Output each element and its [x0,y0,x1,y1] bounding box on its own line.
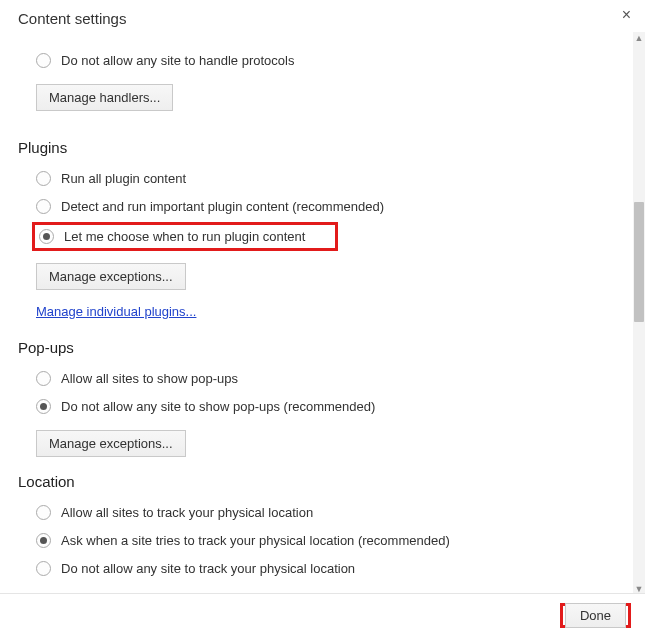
dialog-title: Content settings [18,10,126,27]
option-label: Let me choose when to run plugin content [64,229,305,244]
radio-icon[interactable] [36,561,51,576]
scrollbar-track[interactable]: ▲ ▼ [633,32,645,595]
popups-opt-allow[interactable]: Allow all sites to show pop-ups [36,364,615,392]
radio-icon[interactable] [39,229,54,244]
location-opt-allow[interactable]: Allow all sites to track your physical l… [36,498,615,526]
dialog-footer: Done [0,593,645,637]
plugins-heading: Plugins [18,139,615,156]
popups-options: Allow all sites to show pop-ups Do not a… [18,364,615,420]
option-label: Do not allow any site to show pop-ups (r… [61,399,375,414]
manage-handlers-button[interactable]: Manage handlers... [36,84,173,111]
done-highlight: Done [560,603,631,628]
plugins-opt-run-all[interactable]: Run all plugin content [36,164,615,192]
radio-icon[interactable] [36,199,51,214]
location-options: Allow all sites to track your physical l… [18,498,615,582]
location-opt-ask[interactable]: Ask when a site tries to track your phys… [36,526,615,554]
handlers-opt-block[interactable]: Do not allow any site to handle protocol… [36,46,615,74]
location-opt-block[interactable]: Do not allow any site to track your phys… [36,554,615,582]
option-label: Ask when a site tries to track your phys… [61,533,450,548]
radio-icon[interactable] [36,399,51,414]
radio-icon[interactable] [36,171,51,186]
option-label: Allow all sites to show pop-ups [61,371,238,386]
location-heading: Location [18,473,615,490]
plugins-options: Run all plugin content Detect and run im… [18,164,615,253]
scroll-up-icon[interactable]: ▲ [633,32,645,44]
close-icon[interactable]: × [622,6,631,24]
radio-icon[interactable] [36,533,51,548]
manage-individual-plugins-link[interactable]: Manage individual plugins... [36,304,196,319]
option-label: Allow all sites to track your physical l… [61,505,313,520]
popups-manage-exceptions-button[interactable]: Manage exceptions... [36,430,186,457]
popups-heading: Pop-ups [18,339,615,356]
option-label: Run all plugin content [61,171,186,186]
radio-icon[interactable] [36,505,51,520]
plugins-opt-detect[interactable]: Detect and run important plugin content … [36,192,615,220]
content-settings-dialog: Content settings × Do not allow any site… [0,0,645,637]
radio-icon[interactable] [36,53,51,68]
done-button[interactable]: Done [565,603,626,628]
option-label: Do not allow any site to track your phys… [61,561,355,576]
plugins-manage-exceptions-button[interactable]: Manage exceptions... [36,263,186,290]
plugins-opt-choose-highlight: Let me choose when to run plugin content [32,222,338,251]
radio-icon[interactable] [36,371,51,386]
option-label: Detect and run important plugin content … [61,199,384,214]
option-label: Do not allow any site to handle protocol… [61,53,294,68]
scrollbar-thumb[interactable] [634,202,644,322]
dialog-body: Do not allow any site to handle protocol… [0,32,633,595]
popups-opt-block[interactable]: Do not allow any site to show pop-ups (r… [36,392,615,420]
handlers-options: Do not allow any site to handle protocol… [18,46,615,74]
dialog-header: Content settings × [0,0,645,27]
